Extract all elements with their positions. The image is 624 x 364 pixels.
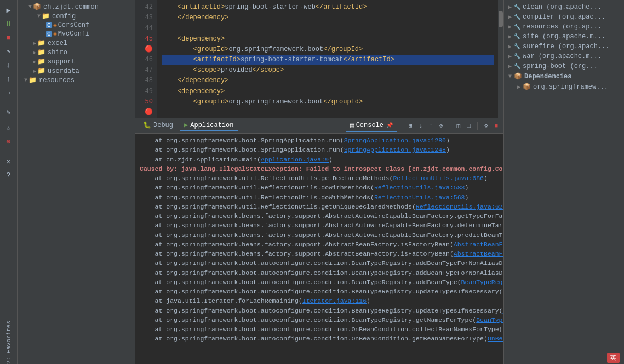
tree-label-support: support xyxy=(48,58,75,66)
link-5[interactable]: ReflectionUtils.java:568 xyxy=(374,194,465,201)
maven-item-resources[interactable]: ▶ 🔧 resources (org.ap... xyxy=(504,22,624,32)
link-6[interactable]: ReflectionUtils.java:626 xyxy=(416,203,503,210)
evaluate-btn[interactable]: ✎ xyxy=(2,106,16,118)
breakpoints-btn[interactable]: ⊕ xyxy=(2,136,16,148)
code-content: <artifactId>spring-boot-starter-web</art… xyxy=(157,0,498,118)
run-cursor-btn[interactable]: → xyxy=(2,86,16,99)
center-column: 42 43 44 45 🔴 46 47 48 49 50 🔴 51 <artif… xyxy=(135,0,503,364)
maven-item-springboot[interactable]: ▶ 🔧 spring-boot (org... xyxy=(504,61,624,71)
maven-item-compiler[interactable]: ▶ 🔧 compiler (org.apac... xyxy=(504,12,624,22)
link-14[interactable]: BeanTypeRegistry.java:152 xyxy=(461,279,503,286)
main-window: ▶ ⏸ ■ ↷ ↓ ↑ → ✎ ☆ ⊕ ✕ ? 2: Favorites ▼ 📦… xyxy=(0,0,624,364)
folder-icon-config: 📁 xyxy=(42,12,50,20)
arrow-resources: ▶ xyxy=(508,24,512,30)
folder-icon-resources: 📁 xyxy=(28,76,37,84)
link-11[interactable]: AbstractBeanFactory.java:1023 xyxy=(454,250,503,257)
maven-item-war[interactable]: ▶ 🔧 war (org.apache.m... xyxy=(504,51,624,61)
console-line-10: at org.springframework.beans.factory.sup… xyxy=(140,240,499,249)
maven-item-clean[interactable]: ▶ 🔧 clean (org.apache... xyxy=(504,2,624,12)
maven-item-org-spring[interactable]: ▶ 📦 org.springframew... xyxy=(504,82,624,92)
console-line-0: at org.springframework.boot.SpringApplic… xyxy=(140,136,499,145)
tree-arrow-config: ▼ xyxy=(37,13,41,19)
code-scroll-thumb[interactable] xyxy=(499,11,503,27)
application-tab[interactable]: ▶ Application xyxy=(180,120,238,131)
console-output[interactable]: at org.springframework.boot.SpringApplic… xyxy=(135,134,503,364)
toolbar-sep3 xyxy=(477,122,478,130)
console-line-8: at org.springframework.beans.factory.sup… xyxy=(140,221,499,230)
step-over-btn[interactable]: ↷ xyxy=(2,45,16,57)
tree-item-shiro[interactable]: ▶ 📁 shiro xyxy=(18,48,135,57)
code-scrollbar[interactable] xyxy=(498,0,503,118)
link-10[interactable]: AbstractBeanFactory.java:1518 xyxy=(454,241,503,248)
link-2[interactable]: Application.java:9 xyxy=(261,156,329,163)
format-btn[interactable]: ⊞ xyxy=(407,121,415,130)
tree-item-corsconf[interactable]: C ◉ CorsConf xyxy=(18,21,135,30)
fold-btn[interactable]: ◫ xyxy=(455,121,463,130)
project-tree: ▼ 📦 ch.zjdt.common ▼ 📁 config C ◉ CorsCo… xyxy=(18,0,135,364)
console-line-17: at org.springframework.boot.autoconfigur… xyxy=(140,306,499,315)
line-numbers: 42 43 44 45 🔴 46 47 48 49 50 🔴 51 xyxy=(135,0,157,118)
stop-btn[interactable]: ■ xyxy=(2,32,16,44)
tree-item-userdata[interactable]: ▶ 📁 userdata xyxy=(18,66,135,76)
maven-icon-clean: 🔧 xyxy=(514,4,520,10)
scroll-down-btn[interactable]: ↓ xyxy=(417,122,425,130)
console-line-caused: Caused by: java.lang.IllegalStateExcepti… xyxy=(140,164,499,174)
maven-icon-compiler: 🔧 xyxy=(514,14,520,20)
package-icon: 📦 xyxy=(33,3,41,11)
pause-btn[interactable]: ⏸ xyxy=(2,18,16,30)
console-line-13: at org.springframework.boot.autoconfigur… xyxy=(140,268,499,278)
unfold-btn[interactable]: □ xyxy=(465,122,473,130)
step-out-btn[interactable]: ↑ xyxy=(2,73,16,85)
maven-tree: ▶ 🔧 clean (org.apache... ▶ 🔧 compiler (o… xyxy=(504,0,624,351)
console-line-4: at org.springframework.util.ReflectionUt… xyxy=(140,183,499,192)
tree-arrow-userdata: ▶ xyxy=(33,68,36,74)
code-line-47: <artifactId>spring-boot-starter-tomcat</… xyxy=(162,55,494,65)
link-1[interactable]: SpringApplication.java:1248 xyxy=(344,146,446,153)
console-icon: ▤ xyxy=(350,121,354,130)
tree-item-config[interactable]: ▼ 📁 config xyxy=(18,11,135,21)
application-icon: ▶ xyxy=(184,121,188,129)
step-into-btn[interactable]: ↓ xyxy=(2,59,16,71)
console-line-20: at org.springframework.boot.autoconfigur… xyxy=(140,334,499,343)
stop-console-btn[interactable]: ■ xyxy=(492,122,500,130)
tree-label-mvcconfi: MvcConfi xyxy=(58,30,90,38)
console-tab[interactable]: ▤ Console 📌 xyxy=(346,120,397,132)
clear-btn[interactable]: ⊘ xyxy=(437,121,445,130)
favorites-tab[interactable]: 2: Favorites xyxy=(5,316,12,364)
maven-icon-war: 🔧 xyxy=(514,53,520,60)
tree-item-resources[interactable]: ▼ 📁 resources xyxy=(18,76,135,85)
console-line-14: at org.springframework.boot.autoconfigur… xyxy=(140,278,499,287)
link-18[interactable]: BeanTypeRegistry.java:97 xyxy=(476,316,503,323)
link-20[interactable]: OnBeanCondition.java:289 xyxy=(488,335,503,342)
help-btn[interactable]: ? xyxy=(2,169,16,181)
maven-item-dependencies[interactable]: ▼ 📦 Dependencies xyxy=(504,71,624,82)
link-16[interactable]: Iterator.java:116 xyxy=(302,297,367,304)
console-line-1: at org.springframework.boot.SpringApplic… xyxy=(140,145,499,154)
watch-btn[interactable]: ☆ xyxy=(2,122,16,134)
maven-item-site[interactable]: ▶ 🔧 site (org.apache.m... xyxy=(504,32,624,42)
tree-item-common[interactable]: ▼ 📦 ch.zjdt.common xyxy=(18,2,135,11)
deps-icon: 📦 xyxy=(514,72,522,80)
maven-label-war: war (org.apache.m... xyxy=(523,53,602,60)
settings-btn[interactable]: ⚙ xyxy=(482,121,490,130)
tree-item-support[interactable]: ▶ 📁 support xyxy=(18,57,135,66)
code-line-49: </dependency> xyxy=(162,76,494,86)
link-0[interactable]: SpringApplication.java:1280 xyxy=(344,137,446,144)
scroll-up-btn[interactable]: ↑ xyxy=(427,122,435,130)
tree-item-mvcconfi[interactable]: C ◉ MvcConfi xyxy=(18,30,135,38)
tree-item-excel[interactable]: ▶ 📁 excel xyxy=(18,38,135,48)
console-line-5: at org.springframework.util.ReflectionUt… xyxy=(140,193,499,202)
console-section: 🐛 Debug ▶ Application ▤ Console 📌 ⊞ ↓ xyxy=(135,118,503,364)
input-method-btn[interactable]: 英 xyxy=(607,353,620,363)
resume-btn[interactable]: ▶ xyxy=(2,4,16,16)
tree-arrow-shiro: ▶ xyxy=(33,49,36,56)
tree-label-corsconf: CorsConf xyxy=(58,21,90,29)
console-line-19: at org.springframework.boot.autoconfigur… xyxy=(140,325,499,334)
link-4[interactable]: ReflectionUtils.java:583 xyxy=(374,184,465,191)
debug-tab[interactable]: 🐛 Debug xyxy=(139,120,178,131)
link-3[interactable]: ReflectionUtils.java:686 xyxy=(393,175,484,182)
close-debug-btn[interactable]: ✕ xyxy=(2,155,16,167)
tree-arrow-common: ▼ xyxy=(28,4,32,10)
maven-item-surefire[interactable]: ▶ 🔧 surefire (org.apach... xyxy=(504,42,624,51)
console-pin-icon[interactable]: 📌 xyxy=(386,122,393,129)
